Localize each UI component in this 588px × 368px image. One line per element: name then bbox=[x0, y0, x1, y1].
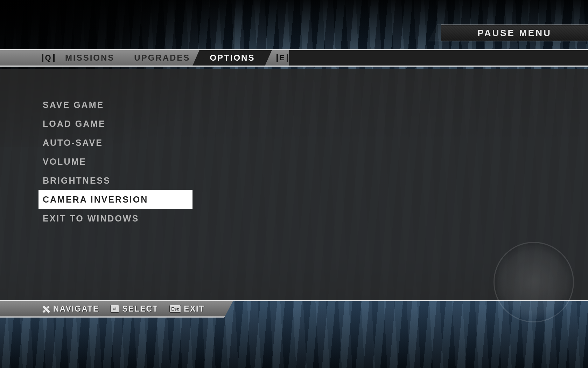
next-tab-key-label: E bbox=[279, 53, 285, 62]
option-volume[interactable]: VOLUME bbox=[38, 152, 192, 171]
prompt-label: EXIT bbox=[184, 304, 204, 314]
tabs-container: MISSIONS UPGRADES OPTIONS bbox=[55, 50, 265, 66]
option-label: BRIGHTNESS bbox=[43, 176, 111, 186]
tab-label: MISSIONS bbox=[65, 53, 114, 63]
tabbar-lead bbox=[0, 50, 41, 66]
tab-upgrades[interactable]: UPGRADES bbox=[124, 50, 200, 66]
option-label: EXIT TO WINDOWS bbox=[43, 213, 139, 224]
prompt-select: ↵ SELECT bbox=[110, 304, 158, 314]
tabbar-trail bbox=[289, 50, 588, 66]
esc-key-icon: Esc bbox=[169, 305, 181, 313]
option-label: LOAD GAME bbox=[43, 119, 106, 129]
prompt-label: NAVIGATE bbox=[53, 304, 99, 314]
tab-label: UPGRADES bbox=[134, 53, 190, 63]
enter-key-icon: ↵ bbox=[110, 305, 119, 313]
options-list: SAVE GAME LOAD GAME AUTO-SAVE VOLUME BRI… bbox=[38, 95, 192, 228]
prompt-label: SELECT bbox=[122, 304, 158, 314]
option-camera-inversion[interactable]: CAMERA INVERSION bbox=[38, 190, 192, 209]
tab-options[interactable]: OPTIONS bbox=[200, 50, 265, 66]
footer-prompt-bar: NAVIGATE ↵ SELECT Esc EXIT bbox=[0, 300, 220, 318]
prev-tab-key[interactable]: Q bbox=[41, 50, 55, 66]
option-save-game[interactable]: SAVE GAME bbox=[38, 95, 192, 114]
next-tab-key[interactable]: E bbox=[275, 50, 289, 66]
option-exit-to-windows[interactable]: EXIT TO WINDOWS bbox=[38, 209, 192, 228]
option-label: VOLUME bbox=[43, 157, 86, 167]
tab-bar: Q MISSIONS UPGRADES OPTIONS E bbox=[0, 49, 588, 67]
pause-menu-title-text: PAUSE MENU bbox=[477, 28, 551, 39]
dpad-icon bbox=[40, 303, 52, 315]
pause-menu-title: PAUSE MENU bbox=[441, 25, 588, 41]
option-load-game[interactable]: LOAD GAME bbox=[38, 114, 192, 133]
option-auto-save[interactable]: AUTO-SAVE bbox=[38, 133, 192, 152]
options-panel: SAVE GAME LOAD GAME AUTO-SAVE VOLUME BRI… bbox=[0, 69, 588, 300]
prompt-exit: Esc EXIT bbox=[169, 304, 204, 314]
option-label: CAMERA INVERSION bbox=[43, 195, 148, 205]
prompt-navigate: NAVIGATE bbox=[42, 304, 99, 314]
prev-tab-key-label: Q bbox=[45, 53, 51, 62]
option-label: SAVE GAME bbox=[43, 100, 104, 110]
tab-missions[interactable]: MISSIONS bbox=[55, 50, 124, 66]
option-brightness[interactable]: BRIGHTNESS bbox=[38, 171, 192, 190]
option-label: AUTO-SAVE bbox=[43, 138, 103, 148]
tab-label: OPTIONS bbox=[210, 53, 255, 63]
